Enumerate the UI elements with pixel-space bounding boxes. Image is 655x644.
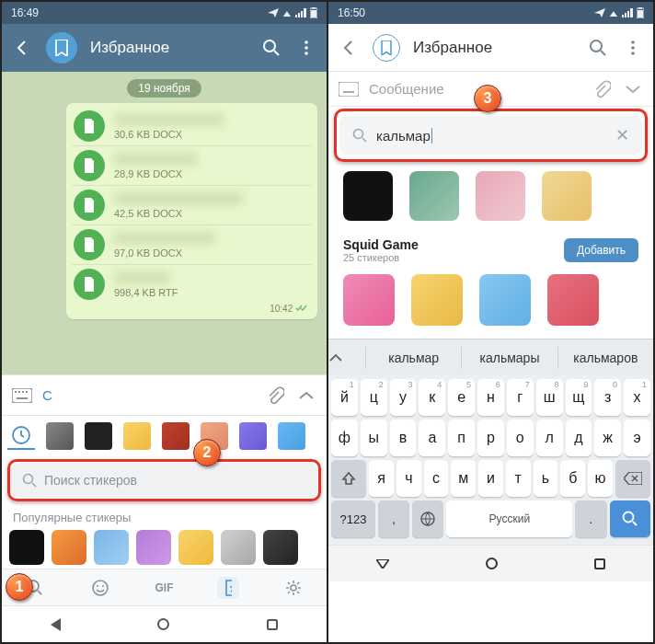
nav-back[interactable] xyxy=(376,559,389,569)
key-ь[interactable]: ь xyxy=(534,460,558,497)
more-button[interactable] xyxy=(622,37,644,59)
collapse-icon[interactable] xyxy=(295,385,317,407)
symbols-key[interactable]: ?123 xyxy=(331,500,375,537)
add-pack-button[interactable]: Добавить xyxy=(564,238,638,262)
sticker-item[interactable] xyxy=(52,530,86,565)
period-key[interactable]: . xyxy=(575,500,606,537)
key-к[interactable]: к4 xyxy=(419,379,445,416)
sticker-item[interactable] xyxy=(263,530,298,565)
sticker-item[interactable] xyxy=(409,171,459,221)
key-з[interactable]: з0 xyxy=(594,379,621,416)
key-о[interactable]: о xyxy=(507,420,534,456)
search-button[interactable] xyxy=(587,37,609,59)
sticker-pack-tab[interactable] xyxy=(46,422,74,450)
key-щ[interactable]: щ9 xyxy=(566,379,592,416)
key-д[interactable]: д xyxy=(566,420,592,456)
enter-key[interactable] xyxy=(610,500,651,537)
back-button[interactable] xyxy=(338,37,360,59)
key-е[interactable]: е5 xyxy=(448,379,475,416)
sticker-search-input[interactable]: Поиск стикеров xyxy=(11,463,317,498)
clear-search-icon[interactable]: ✕ xyxy=(615,125,629,145)
sticker-pack-tab[interactable] xyxy=(123,422,151,450)
sticker-pack-tab[interactable] xyxy=(85,422,112,450)
search-button[interactable] xyxy=(260,37,282,59)
key-и[interactable]: и xyxy=(478,460,503,497)
sticker-pack-tab[interactable] xyxy=(278,422,305,450)
spacebar-key[interactable]: Русский xyxy=(446,500,572,537)
sticker-item[interactable] xyxy=(136,530,171,565)
key-ю[interactable]: ю xyxy=(588,460,613,497)
file-attachment[interactable]: 30,6 KB DOCX xyxy=(72,107,312,145)
key-б[interactable]: б xyxy=(560,460,585,497)
sticker-item[interactable] xyxy=(479,274,531,326)
key-у[interactable]: у3 xyxy=(390,379,417,416)
saved-messages-avatar[interactable] xyxy=(46,32,77,63)
sticker-item[interactable] xyxy=(94,530,129,565)
gif-tab[interactable]: GIF xyxy=(155,581,173,594)
suggestion[interactable]: кальмар xyxy=(365,347,461,369)
shift-key[interactable] xyxy=(331,460,366,497)
sticker-pack-tab[interactable] xyxy=(239,422,267,450)
more-button[interactable] xyxy=(295,37,317,59)
nav-home[interactable] xyxy=(486,558,498,569)
sticker-item[interactable] xyxy=(343,171,393,221)
emoji-tab[interactable] xyxy=(89,577,111,599)
key-ф[interactable]: ф xyxy=(331,420,358,456)
sticker-search-input[interactable]: кальмар ✕ xyxy=(339,116,642,155)
backspace-key[interactable] xyxy=(615,460,650,497)
comma-key[interactable]: , xyxy=(378,500,409,537)
sticker-item[interactable] xyxy=(9,530,44,565)
key-х[interactable]: х1 xyxy=(624,379,650,416)
nav-recents[interactable] xyxy=(267,619,278,630)
sticker-item[interactable] xyxy=(542,171,592,221)
stickers-tab[interactable] xyxy=(217,577,239,599)
file-attachment[interactable]: 42,5 KB DOCX xyxy=(72,185,312,224)
key-в[interactable]: в xyxy=(390,420,417,456)
sticker-item[interactable] xyxy=(343,274,395,326)
expand-suggestions-icon[interactable] xyxy=(328,353,365,362)
message-bubble[interactable]: 30,6 KB DOCX 28,9 KB DOCX 42,5 KB DOCX 9… xyxy=(66,103,317,319)
key-а[interactable]: а xyxy=(419,420,445,456)
nav-home[interactable] xyxy=(157,618,169,630)
saved-messages-avatar[interactable] xyxy=(373,34,400,62)
key-м[interactable]: м xyxy=(451,460,476,497)
key-ы[interactable]: ы xyxy=(361,420,387,456)
nav-back[interactable] xyxy=(51,618,61,631)
sticker-pack-tab[interactable] xyxy=(162,422,190,450)
attach-button[interactable] xyxy=(591,78,613,100)
settings-tab[interactable] xyxy=(282,577,305,599)
sticker-item[interactable] xyxy=(411,274,463,326)
key-н[interactable]: н6 xyxy=(477,379,504,416)
sticker-item[interactable] xyxy=(476,171,525,221)
nav-recents[interactable] xyxy=(594,558,605,569)
key-с[interactable]: с xyxy=(424,460,449,497)
recent-stickers-tab[interactable] xyxy=(7,422,35,450)
suggestion[interactable]: кальмары xyxy=(461,347,557,369)
file-attachment[interactable]: 97,0 KB DOCX xyxy=(72,224,312,264)
key-ж[interactable]: ж xyxy=(594,420,621,456)
key-ц[interactable]: ц2 xyxy=(361,379,387,416)
back-button[interactable] xyxy=(11,37,33,59)
key-р[interactable]: р xyxy=(477,420,504,456)
key-г[interactable]: г7 xyxy=(507,379,534,416)
key-ш[interactable]: ш8 xyxy=(536,379,563,416)
keyboard-toggle-icon[interactable] xyxy=(338,78,360,100)
key-т[interactable]: т xyxy=(506,460,531,497)
sticker-item[interactable] xyxy=(178,530,213,565)
expand-icon[interactable] xyxy=(622,78,644,100)
key-ч[interactable]: ч xyxy=(396,460,421,497)
key-л[interactable]: л xyxy=(536,420,563,456)
key-я[interactable]: я xyxy=(369,460,394,497)
sticker-item[interactable] xyxy=(221,530,256,565)
message-input[interactable] xyxy=(42,387,255,403)
key-э[interactable]: э xyxy=(624,420,650,456)
attach-button[interactable] xyxy=(264,385,286,407)
key-п[interactable]: п xyxy=(448,420,475,456)
sticker-item[interactable] xyxy=(547,274,599,326)
key-й[interactable]: й1 xyxy=(331,379,358,416)
file-attachment[interactable]: 28,9 KB DOCX xyxy=(72,145,312,185)
keyboard-toggle-icon[interactable] xyxy=(11,385,33,407)
suggestion[interactable]: кальмаров xyxy=(557,347,653,369)
file-attachment[interactable]: 998,4 KB RTF xyxy=(72,264,312,304)
language-key[interactable] xyxy=(412,500,443,537)
